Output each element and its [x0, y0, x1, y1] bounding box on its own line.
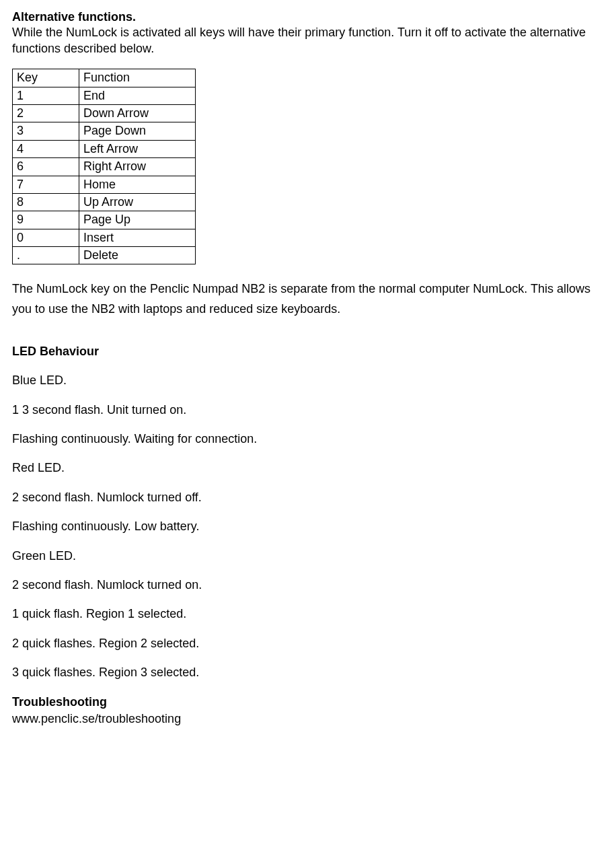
alt-functions-heading: Alternative functions.: [12, 9, 604, 25]
table-cell-key: 7: [13, 176, 79, 193]
led-line: 3 quick flashes. Region 3 selected.: [12, 665, 604, 680]
troubleshooting-heading: Troubleshooting: [12, 694, 604, 710]
led-line: Red LED.: [12, 460, 604, 476]
alt-functions-intro: While the NumLock is activated all keys …: [12, 25, 604, 57]
table-cell-key: 6: [13, 158, 79, 176]
table-cell-key: 0: [13, 229, 79, 246]
led-line: 2 second flash. Numlock turned off.: [12, 490, 604, 505]
table-cell-key: 2: [13, 104, 79, 122]
led-line: Flashing continuously. Low battery.: [12, 519, 604, 534]
table-row: 7 Home: [13, 176, 196, 193]
table-cell-key: 4: [13, 140, 79, 157]
led-line: 1 quick flash. Region 1 selected.: [12, 606, 604, 622]
table-row: 0 Insert: [13, 229, 196, 246]
table-cell-key: .: [13, 247, 79, 264]
table-cell-function: Home: [79, 176, 196, 193]
table-cell-key: 9: [13, 211, 79, 229]
table-cell-function: Page Down: [79, 122, 196, 140]
table-header-key: Key: [13, 69, 79, 87]
table-row: . Delete: [13, 247, 196, 264]
table-cell-function: Right Arrow: [79, 158, 196, 176]
table-row: 1 End: [13, 87, 196, 104]
key-function-table: Key Function 1 End 2 Down Arrow 3 Page D…: [12, 69, 196, 264]
table-row: 8 Up Arrow: [13, 193, 196, 211]
table-cell-key: 1: [13, 87, 79, 104]
table-header-function: Function: [79, 69, 196, 87]
led-line: Green LED.: [12, 548, 604, 564]
led-line: Flashing continuously. Waiting for conne…: [12, 431, 604, 447]
led-behaviour-heading: LED Behaviour: [12, 344, 604, 359]
table-row: 3 Page Down: [13, 122, 196, 140]
led-line: 2 second flash. Numlock turned on.: [12, 577, 604, 593]
led-line: 2 quick flashes. Region 2 selected.: [12, 636, 604, 651]
numlock-note: The NumLock key on the Penclic Numpad NB…: [12, 279, 604, 319]
table-cell-function: Up Arrow: [79, 193, 196, 211]
table-cell-function: End: [79, 87, 196, 104]
table-row: 4 Left Arrow: [13, 140, 196, 157]
led-line: 1 3 second flash. Unit turned on.: [12, 402, 604, 418]
table-header-row: Key Function: [13, 69, 196, 87]
table-cell-function: Page Up: [79, 211, 196, 229]
table-cell-function: Left Arrow: [79, 140, 196, 157]
table-row: 6 Right Arrow: [13, 158, 196, 176]
table-row: 2 Down Arrow: [13, 104, 196, 122]
table-row: 9 Page Up: [13, 211, 196, 229]
troubleshooting-url: www.penclic.se/troubleshooting: [12, 711, 604, 727]
table-cell-function: Delete: [79, 247, 196, 264]
led-line: Blue LED.: [12, 373, 604, 388]
table-cell-function: Insert: [79, 229, 196, 246]
table-cell-key: 8: [13, 193, 79, 211]
table-cell-function: Down Arrow: [79, 104, 196, 122]
table-cell-key: 3: [13, 122, 79, 140]
